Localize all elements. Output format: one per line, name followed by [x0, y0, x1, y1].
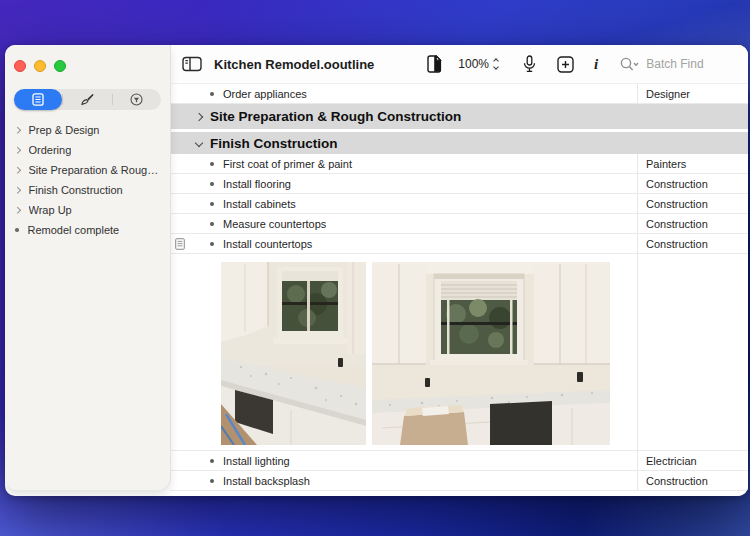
- toolbar: Kitchen Remodel.ooutline 100%: [170, 45, 748, 83]
- photo-countertop-side-view[interactable]: [221, 262, 366, 445]
- main-area: Kitchen Remodel.ooutline 100%: [170, 45, 748, 496]
- row-gutter: [170, 154, 189, 173]
- minimize-button[interactable]: [34, 60, 46, 72]
- row-text: Install cabinets: [223, 198, 296, 210]
- sidebar: Prep & DesignOrderingSite Preparation & …: [5, 45, 170, 490]
- chevron-down-icon[interactable]: [195, 139, 203, 147]
- row-text: Finish Construction: [210, 136, 338, 151]
- row-assignee: Electrician: [637, 451, 748, 470]
- stepper-chevrons-icon: [494, 59, 498, 69]
- row-assignee: Construction: [637, 174, 748, 193]
- sidebar-item-ordering[interactable]: Ordering: [5, 140, 170, 160]
- traffic-lights: [5, 45, 170, 72]
- sidebar-list: Prep & DesignOrderingSite Preparation & …: [5, 120, 170, 240]
- row-topic: Order appliances: [189, 84, 637, 103]
- row-photos: [189, 254, 637, 451]
- sidebar-toggle-icon: [182, 56, 202, 72]
- zoom-stepper[interactable]: 100%: [458, 57, 498, 71]
- sidebar-item-label: Prep & Design: [29, 124, 100, 136]
- sidebar-toggle-button[interactable]: [182, 56, 202, 72]
- outline-row-install-backsplash[interactable]: Install backsplashConstruction: [170, 471, 748, 491]
- note-icon[interactable]: [175, 238, 185, 250]
- row-assignee: Painters: [637, 154, 748, 173]
- outline-document-icon: [32, 93, 44, 106]
- row-text: Install countertops: [223, 238, 312, 250]
- bullet-icon: [210, 162, 214, 166]
- bullet-icon: [15, 228, 19, 232]
- outline-row-first-coat-of-primer-paint[interactable]: First coat of primer & paintPainters: [170, 154, 748, 174]
- row-topic: Install backsplash: [189, 471, 637, 490]
- bullet-icon: [210, 202, 214, 206]
- row-assignee: [637, 104, 748, 129]
- batch-find-label: Batch Find: [646, 57, 703, 71]
- row-gutter: [170, 84, 189, 103]
- batch-find[interactable]: Batch Find: [620, 57, 703, 72]
- row-topic: Install countertops: [189, 234, 637, 253]
- add-row-button[interactable]: [557, 56, 574, 73]
- row-assignee: Construction: [637, 471, 748, 490]
- row-assignee: Construction: [637, 214, 748, 233]
- dictation-button[interactable]: [523, 55, 536, 73]
- chevron-right-icon: [14, 147, 20, 153]
- bullet-icon: [210, 92, 214, 96]
- chevron-right-icon[interactable]: [195, 112, 203, 120]
- row-gutter: [170, 174, 189, 193]
- section-row-site-preparation-rough-construction[interactable]: Site Preparation & Rough Construction: [170, 104, 748, 129]
- tab-styles[interactable]: [63, 89, 111, 110]
- outline-row-install-countertops[interactable]: Install countertopsConstruction: [170, 234, 748, 254]
- sidebar-item-prep-design[interactable]: Prep & Design: [5, 120, 170, 140]
- window-title: Kitchen Remodel.ooutline: [214, 57, 374, 72]
- zoom-button[interactable]: [54, 60, 66, 72]
- bullet-icon: [210, 242, 214, 246]
- row-topic: Install flooring: [189, 174, 637, 193]
- sidebar-item-site-preparation-roug[interactable]: Site Preparation & Roug…: [5, 160, 170, 180]
- bullet-icon: [210, 459, 214, 463]
- row-text: Order appliances: [223, 88, 307, 100]
- row-gutter: [170, 471, 189, 490]
- row-gutter: [170, 234, 189, 253]
- bullet-icon: [210, 479, 214, 483]
- photo-countertop-window-view[interactable]: [372, 262, 610, 445]
- row-topic: Finish Construction: [189, 132, 637, 154]
- row-assignee: [637, 254, 748, 451]
- document-style-button[interactable]: [427, 55, 442, 73]
- microphone-icon: [523, 55, 536, 73]
- outline-row-order-appliances[interactable]: Order appliancesDesigner: [170, 84, 748, 104]
- chevron-right-icon: [14, 127, 20, 133]
- row-assignee: Construction: [637, 194, 748, 213]
- bullet-icon: [210, 222, 214, 226]
- sidebar-tab-bar: [14, 89, 161, 110]
- filter-circle-icon: [130, 93, 143, 106]
- outline-row-measure-countertops[interactable]: Measure countertopsConstruction: [170, 214, 748, 234]
- tab-filter[interactable]: [113, 89, 161, 110]
- images-row: [170, 254, 748, 451]
- tab-contents[interactable]: [14, 89, 62, 110]
- inspector-button[interactable]: i: [594, 56, 598, 73]
- outline-row-install-cabinets[interactable]: Install cabinetsConstruction: [170, 194, 748, 214]
- row-topic: First coat of primer & paint: [189, 154, 637, 173]
- sidebar-item-label: Finish Construction: [29, 184, 123, 196]
- section-row-finish-construction[interactable]: Finish Construction: [170, 129, 748, 154]
- row-gutter: [170, 132, 189, 154]
- sidebar-item-remodel-complete[interactable]: Remodel complete: [5, 220, 170, 240]
- row-gutter: [170, 254, 189, 451]
- outline-row-install-flooring[interactable]: Install flooringConstruction: [170, 174, 748, 194]
- outline-rows: Order appliancesDesignerSite Preparation…: [170, 83, 748, 491]
- row-topic: Measure countertops: [189, 214, 637, 233]
- row-text: Install backsplash: [223, 475, 310, 487]
- row-gutter: [170, 451, 189, 470]
- zoom-level: 100%: [458, 57, 489, 71]
- row-topic: Install cabinets: [189, 194, 637, 213]
- sidebar-item-finish-construction[interactable]: Finish Construction: [5, 180, 170, 200]
- row-text: Install lighting: [223, 455, 290, 467]
- bullet-icon: [210, 182, 214, 186]
- sidebar-item-label: Remodel complete: [28, 224, 120, 236]
- row-gutter: [170, 214, 189, 233]
- row-assignee: Construction: [637, 234, 748, 253]
- paintbrush-icon: [81, 93, 94, 106]
- row-gutter: [170, 104, 189, 129]
- sidebar-item-label: Wrap Up: [29, 204, 72, 216]
- sidebar-item-wrap-up[interactable]: Wrap Up: [5, 200, 170, 220]
- outline-row-install-lighting[interactable]: Install lightingElectrician: [170, 451, 748, 471]
- close-button[interactable]: [14, 60, 26, 72]
